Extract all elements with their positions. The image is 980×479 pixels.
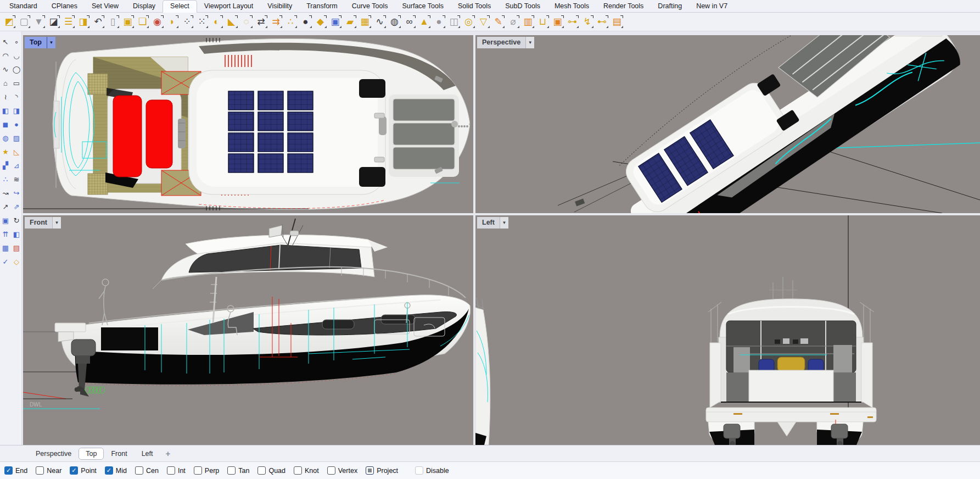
osnap-cen[interactable]: Cen (135, 466, 159, 475)
sphere-icon[interactable]: ● (12, 119, 21, 129)
curve-edit-icon[interactable]: ↝ (1, 188, 10, 198)
osnap-tan[interactable]: Tan (227, 466, 249, 475)
color-test-icon[interactable]: ∴ (283, 14, 298, 29)
viewport-menu-arrow-icon[interactable]: ▼ (525, 37, 534, 48)
viewport-label-perspective[interactable]: Perspective ▼ (477, 37, 534, 48)
offset-icon[interactable]: ≋ (12, 174, 21, 184)
menu-tab-set-view[interactable]: Set View (85, 1, 126, 12)
viewport-label-top[interactable]: Top ▼ (25, 37, 55, 48)
surface-icon[interactable]: ◆ (313, 14, 328, 29)
boolean-union-icon[interactable]: ◐ (209, 14, 224, 29)
control-curve-icon[interactable]: ◠ (1, 51, 10, 60)
viewport-tab-top[interactable]: Top (79, 448, 104, 460)
rebuild-icon[interactable]: ↪ (12, 188, 21, 198)
shell-icon[interactable]: ◗ (165, 14, 180, 29)
block-icon[interactable]: ▣ (328, 14, 343, 29)
left-viewport-canvas[interactable] (475, 215, 980, 445)
point-scatter-icon[interactable]: ⁙ (194, 14, 209, 29)
wire-cube-icon[interactable]: ◫ (446, 14, 461, 29)
front-viewport-canvas[interactable]: DWL (23, 215, 473, 445)
paintbrush-icon[interactable]: ✎ (491, 14, 506, 29)
move-arrows-icon[interactable]: ⇄ (254, 14, 268, 29)
point-tool-icon[interactable]: ∘ (12, 37, 21, 47)
cylinder-icon[interactable]: ◍ (1, 133, 10, 143)
patch-icon[interactable]: ▨ (12, 133, 21, 143)
osnap-int-checkbox[interactable] (167, 466, 175, 475)
viewport-label-left-text[interactable]: Left (477, 217, 500, 229)
menu-tab-select[interactable]: Select (163, 0, 197, 13)
polygon-icon[interactable]: ⌂ (1, 78, 10, 88)
viewport-front[interactable]: DWL Front ▼ (23, 215, 473, 445)
drip-icon[interactable]: ▽ (476, 14, 491, 29)
extract-point-icon[interactable]: ◎ (461, 14, 476, 29)
u-box-icon[interactable]: ⊔ (535, 14, 550, 29)
menu-tab-viewport-layout[interactable]: Viewport Layout (197, 1, 260, 12)
menu-tab-surface-tools[interactable]: Surface Tools (395, 1, 451, 12)
trim-icon[interactable]: ◺ (12, 147, 21, 157)
freeform-curve-icon[interactable]: ∿ (1, 64, 10, 74)
osnap-point[interactable]: ✓Point (70, 466, 97, 475)
check-icon[interactable]: ✓ (1, 257, 10, 266)
render-sphere-icon[interactable]: ● (298, 14, 313, 29)
magnifier-icon[interactable]: ⌀ (506, 14, 520, 29)
hatch-circles-icon[interactable]: ◌ (239, 14, 254, 29)
plane-icon[interactable]: ▰ (343, 14, 357, 29)
polyline-icon[interactable]: ≀ (1, 92, 10, 102)
osnap-mid[interactable]: ✓Mid (105, 466, 127, 475)
select-by-layer-icon[interactable]: ☰ (61, 14, 76, 29)
menu-tab-drafting[interactable]: Drafting (651, 1, 689, 12)
viewport-label-front[interactable]: Front ▼ (25, 217, 61, 229)
menu-tab-display[interactable]: Display (126, 1, 163, 12)
osnap-end[interactable]: ✓End (4, 466, 27, 475)
cage-box-icon[interactable]: ▤ (609, 14, 624, 29)
osnap-int[interactable]: Int (167, 466, 186, 475)
viewport-top[interactable]: Top ▼ (23, 35, 473, 213)
layer-state-icon[interactable]: ▢ (16, 14, 31, 29)
menu-tab-mesh-tools[interactable]: Mesh Tools (547, 1, 596, 12)
viewport-label-front-text[interactable]: Front (25, 217, 52, 229)
osnap-tan-checkbox[interactable] (227, 466, 236, 475)
osnap-quad[interactable]: Quad (257, 466, 285, 475)
osnap-cen-checkbox[interactable] (135, 466, 143, 475)
osnap-mid-checkbox[interactable]: ✓ (105, 466, 113, 475)
frame-box-icon[interactable]: ▣ (550, 14, 565, 29)
menu-tab-curve-tools[interactable]: Curve Tools (345, 1, 395, 12)
viewport-perspective[interactable]: Perspective ▼ (475, 35, 980, 213)
key-icon[interactable]: ⊶ (565, 14, 580, 29)
curve-sphere-icon[interactable]: ◍ (387, 14, 402, 29)
menu-tab-visibility[interactable]: Visibility (260, 1, 299, 12)
fence-icon[interactable]: ▥ (520, 14, 535, 29)
menu-tab-cplanes[interactable]: CPlanes (44, 1, 85, 12)
viewport-label-perspective-text[interactable]: Perspective (477, 37, 525, 48)
menu-tab-new-in-v7[interactable]: New in V7 (689, 1, 735, 12)
perspective-viewport-canvas[interactable] (475, 35, 980, 213)
undo-icon[interactable]: ↶ (91, 14, 105, 29)
match-properties-icon[interactable]: ▯ (105, 14, 120, 29)
select-surface-icon[interactable]: ◨ (76, 14, 91, 29)
osnap-perp[interactable]: Perp (194, 466, 219, 475)
osnap-near-checkbox[interactable] (36, 466, 44, 475)
osnap-end-checkbox[interactable]: ✓ (4, 466, 13, 475)
move-icon[interactable]: ↗ (1, 202, 10, 211)
osnap-knot-checkbox[interactable] (294, 466, 302, 475)
menu-tab-solid-tools[interactable]: Solid Tools (451, 1, 498, 12)
viewport-tab-left[interactable]: Left (135, 448, 160, 460)
viewport-menu-arrow-icon[interactable]: ▼ (500, 217, 508, 229)
osnap-project[interactable]: Project (366, 466, 398, 475)
keys-icon[interactable]: ⊷ (595, 14, 609, 29)
spiral-icon[interactable]: ∿ (372, 14, 387, 29)
osnap-knot[interactable]: Knot (294, 466, 319, 475)
curve-handles-icon[interactable]: ◡ (12, 51, 21, 60)
viewport-tab-perspective[interactable]: Perspective (29, 448, 79, 460)
mesh-plane-icon[interactable]: ▦ (357, 14, 372, 29)
top-viewport-canvas[interactable] (23, 35, 473, 213)
osnap-near[interactable]: Near (36, 466, 61, 475)
pyramid-icon[interactable]: ▲ (417, 14, 432, 29)
osnap-point-checkbox[interactable]: ✓ (70, 466, 78, 475)
viewport-label-left[interactable]: Left ▼ (477, 217, 508, 229)
scale-icon[interactable]: ⇗ (12, 202, 21, 211)
viewport-menu-arrow-icon[interactable]: ▼ (52, 217, 61, 229)
viewport-left[interactable]: Left ▼ (475, 215, 980, 445)
cube-surface-icon[interactable]: ◧ (12, 229, 21, 239)
osnap-perp-checkbox[interactable] (194, 466, 202, 475)
